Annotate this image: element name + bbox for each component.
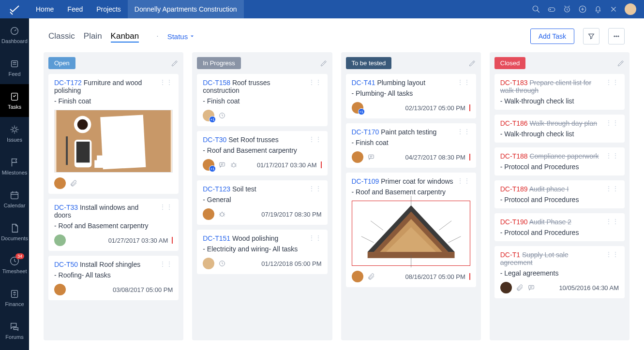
more-button[interactable]: [608, 28, 625, 44]
task-card[interactable]: DC-T109 Primer coat for windows⋮⋮- Roof …: [346, 173, 476, 287]
drag-handle-icon[interactable]: ⋮⋮: [308, 185, 322, 192]
bug-icon[interactable]: [218, 210, 226, 218]
assignee-avatar[interactable]: [54, 234, 66, 246]
sidebar-item-forums[interactable]: Forums: [0, 314, 29, 347]
task-card[interactable]: DC-T30 Set Roof trusses⋮⋮- Roof and Base…: [197, 131, 327, 175]
task-card[interactable]: DC-T1 Supply Lot sale agreement⋮⋮- Legal…: [494, 246, 625, 298]
drag-handle-icon[interactable]: ⋮⋮: [457, 79, 470, 86]
comment-icon[interactable]: [527, 284, 535, 292]
task-id[interactable]: DC-T30: [203, 136, 226, 144]
bell-icon[interactable]: [594, 5, 602, 14]
task-id[interactable]: DC-T50: [54, 261, 78, 268]
user-avatar[interactable]: [625, 3, 636, 15]
assignee-avatar[interactable]: [203, 208, 214, 220]
comment-icon[interactable]: [367, 153, 375, 161]
assignee-avatar[interactable]: [54, 284, 66, 295]
task-id[interactable]: DC-T183: [500, 79, 528, 87]
task-id[interactable]: DC-T33: [54, 204, 78, 211]
task-id[interactable]: DC-T151: [203, 234, 230, 242]
task-id[interactable]: DC-T172: [54, 79, 82, 87]
task-card[interactable]: DC-T188 Compliance paperwork⋮⋮- Protocol…: [494, 147, 625, 175]
nav-home[interactable]: Home: [29, 0, 60, 18]
task-card[interactable]: DC-T183 Prepare client list for walk thr…: [494, 74, 625, 110]
task-id[interactable]: DC-T186: [500, 119, 528, 127]
assignee-avatar[interactable]: [352, 151, 363, 163]
task-card[interactable]: DC-T189 Audit phase I⋮⋮- Protocol and Pr…: [494, 180, 625, 208]
task-id[interactable]: DC-T109: [352, 177, 379, 185]
sidebar-item-dashboard[interactable]: Dashboard: [0, 18, 29, 51]
assignee-avatar[interactable]: [203, 258, 214, 269]
task-card[interactable]: DC-T151 Wood polishing⋮⋮- Electricity an…: [197, 230, 327, 274]
drag-handle-icon[interactable]: ⋮⋮: [159, 261, 173, 267]
drag-handle-icon[interactable]: ⋮⋮: [605, 218, 619, 225]
task-card[interactable]: DC-T190 Audit Phase 2⋮⋮- Protocol and Pr…: [494, 213, 625, 241]
column-edit-icon[interactable]: [468, 59, 476, 67]
task-card[interactable]: DC-T158 Roof trusses construction⋮⋮- Fin…: [197, 74, 327, 126]
sidebar-item-calendar[interactable]: Calendar: [0, 183, 29, 216]
sidebar-item-finance[interactable]: Finance: [0, 281, 29, 314]
attachment-icon[interactable]: [70, 179, 77, 187]
sidebar-item-tasks[interactable]: Tasks: [0, 84, 29, 117]
app-logo[interactable]: [0, 3, 29, 15]
sidebar-item-timesheet[interactable]: Timesheet34: [0, 248, 29, 281]
assignee-avatar[interactable]: [54, 177, 66, 189]
column-edit-icon[interactable]: [617, 59, 625, 67]
drag-handle-icon[interactable]: ⋮⋮: [605, 251, 619, 258]
task-id[interactable]: DC-T1: [500, 251, 520, 259]
comment-icon[interactable]: [218, 161, 226, 169]
drag-handle-icon[interactable]: ⋮⋮: [605, 152, 619, 159]
assignee-avatar[interactable]: [352, 271, 363, 282]
drag-handle-icon[interactable]: ⋮⋮: [308, 234, 322, 241]
sidebar-item-documents[interactable]: Documents: [0, 216, 29, 248]
task-id[interactable]: DC-T189: [500, 185, 528, 193]
nav-projects[interactable]: Projects: [90, 0, 128, 18]
drag-handle-icon[interactable]: ⋮⋮: [308, 136, 322, 143]
task-id[interactable]: DC-T123: [203, 185, 230, 193]
plus-circle-icon[interactable]: [578, 5, 587, 14]
column-edit-icon[interactable]: [171, 59, 179, 67]
nav-feed[interactable]: Feed: [60, 0, 90, 18]
drag-handle-icon[interactable]: ⋮⋮: [457, 128, 470, 135]
assignee-avatar[interactable]: +1: [203, 110, 214, 121]
drag-handle-icon[interactable]: ⋮⋮: [605, 119, 619, 126]
view-tab-classic[interactable]: Classic: [48, 31, 75, 41]
drag-handle-icon[interactable]: ⋮⋮: [308, 79, 322, 86]
drag-handle-icon[interactable]: ⋮⋮: [605, 185, 619, 192]
drag-handle-icon[interactable]: ⋮⋮: [159, 204, 173, 210]
sidebar-item-issues[interactable]: Issues: [0, 117, 29, 150]
drag-handle-icon[interactable]: ⋮⋮: [605, 79, 619, 86]
bug-icon[interactable]: [230, 161, 238, 169]
attachment-icon[interactable]: [516, 284, 524, 292]
nav-donnelly-apartments-construction[interactable]: Donnelly Apartments Construction: [128, 0, 244, 18]
task-card[interactable]: DC-T33 Install windows and doors⋮⋮- Roof…: [48, 199, 179, 251]
view-tab-plain[interactable]: Plain: [84, 31, 102, 41]
assignee-avatar[interactable]: +1: [352, 102, 363, 114]
task-id[interactable]: DC-T190: [500, 218, 528, 226]
alarm-icon[interactable]: [563, 5, 571, 14]
task-id[interactable]: DC-T188: [500, 152, 528, 160]
task-card[interactable]: DC-T41 Plumbing layout⋮⋮- Plumbing- All …: [346, 74, 476, 118]
gamepad-icon[interactable]: [547, 5, 556, 14]
drag-handle-icon[interactable]: ⋮⋮: [457, 177, 470, 184]
task-card[interactable]: DC-T186 Walk-through day plan⋮⋮- Walk-th…: [494, 115, 625, 143]
task-card[interactable]: DC-T50 Install Roof shingles⋮⋮- Roofing-…: [48, 256, 179, 300]
task-id[interactable]: DC-T170: [352, 128, 379, 136]
drag-handle-icon[interactable]: ⋮⋮: [159, 79, 173, 86]
task-id[interactable]: DC-T158: [203, 79, 230, 87]
sidebar-item-feed[interactable]: Feed: [0, 51, 29, 84]
assignee-avatar[interactable]: [500, 282, 512, 293]
status-dropdown[interactable]: Status: [167, 32, 195, 41]
task-card[interactable]: DC-T123 Soil test⋮⋮- General07/19/2017 0…: [197, 180, 327, 225]
task-id[interactable]: DC-T41: [352, 79, 375, 87]
filter-button[interactable]: [583, 28, 599, 44]
add-task-button[interactable]: Add Task: [530, 29, 574, 44]
column-edit-icon[interactable]: [320, 59, 328, 67]
assignee-avatar[interactable]: +1: [203, 159, 214, 171]
sidebar-item-milestones[interactable]: Milestones: [0, 150, 29, 183]
view-tab-kanban[interactable]: Kanban: [111, 31, 139, 43]
task-card[interactable]: DC-T170 Paint patch testing⋮⋮- Finish co…: [346, 123, 476, 168]
attachment-icon[interactable]: [367, 273, 375, 280]
search-icon[interactable]: [532, 5, 540, 14]
task-card[interactable]: DC-T172 Furniture and wood polishing⋮⋮- …: [48, 74, 179, 194]
tools-icon[interactable]: [609, 5, 618, 14]
